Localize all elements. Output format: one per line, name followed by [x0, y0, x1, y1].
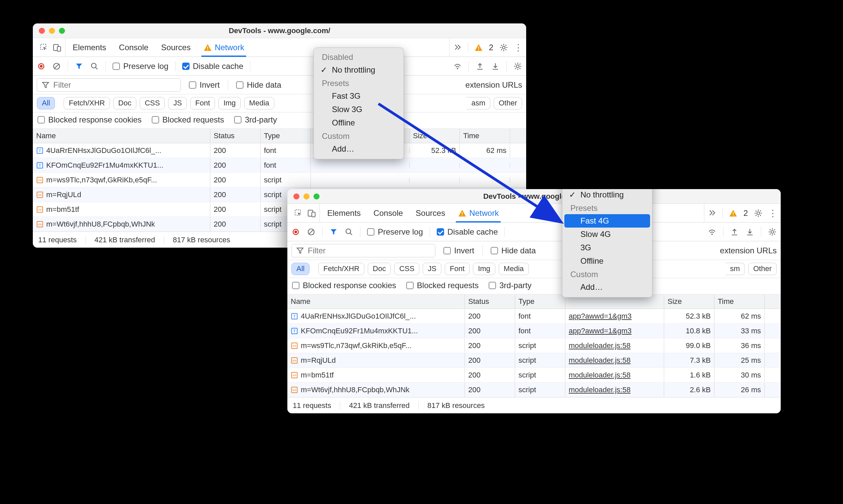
dd-item-slow3g[interactable]: Slow 3G: [316, 103, 402, 116]
blocked-requests-checkbox[interactable]: Blocked requests: [406, 281, 479, 290]
dd-item-3g[interactable]: 3G: [564, 241, 650, 254]
inspect-icon[interactable]: [39, 43, 48, 52]
table-row[interactable]: KFOmCnqEu92Fr1Mu4mxKKTU1...200font: [33, 158, 526, 173]
tab-console[interactable]: Console: [119, 38, 148, 57]
dd-item-add[interactable]: Add…: [564, 281, 650, 294]
disable-cache-checkbox[interactable]: Disable cache: [182, 61, 244, 71]
col-type[interactable]: Type: [515, 294, 565, 309]
col-name[interactable]: Name: [287, 294, 465, 309]
tab-console[interactable]: Console: [373, 204, 403, 222]
col-name[interactable]: Name: [33, 129, 210, 143]
dd-item-no-throttling[interactable]: No throttling: [564, 189, 650, 201]
wifi-icon[interactable]: [453, 62, 462, 71]
hide-data-checkbox[interactable]: Hide data: [236, 80, 281, 90]
zoom-dot[interactable]: [314, 194, 319, 199]
download-icon[interactable]: [745, 228, 754, 236]
upload-icon[interactable]: [730, 228, 739, 236]
device-icon[interactable]: [53, 43, 62, 52]
tab-sources[interactable]: Sources: [416, 204, 445, 222]
network-settings-icon[interactable]: [513, 62, 522, 71]
chip-font[interactable]: Font: [190, 97, 215, 109]
more-tabs-icon[interactable]: [708, 209, 716, 218]
filter-icon[interactable]: [75, 62, 83, 71]
tab-network[interactable]: Network: [458, 204, 499, 222]
col-size[interactable]: Size: [410, 129, 460, 143]
chip-doc[interactable]: Doc: [113, 97, 136, 109]
wifi-icon[interactable]: [708, 228, 716, 236]
blocked-cookies-checkbox[interactable]: Blocked response cookies: [37, 115, 142, 125]
chip-media[interactable]: Media: [244, 97, 274, 109]
preserve-log-checkbox[interactable]: Preserve log: [112, 61, 169, 71]
request-initiator[interactable]: app?awwd=1&gm3: [565, 324, 664, 338]
chip-other[interactable]: Other: [748, 263, 777, 275]
tab-network[interactable]: Network: [203, 38, 244, 57]
chip-js[interactable]: JS: [423, 263, 441, 275]
table-row[interactable]: 4UaRrENHsxJlGDuGo1OIlJfC6l_...200fontapp…: [287, 309, 781, 324]
dd-item-add[interactable]: Add…: [316, 142, 402, 156]
chip-all[interactable]: All: [37, 97, 55, 109]
table-row[interactable]: m=bm51tf200scriptmoduleloader.js:581.6 k…: [287, 368, 781, 382]
close-dot[interactable]: [293, 194, 299, 199]
dd-item-fast4g[interactable]: Fast 4G: [564, 214, 650, 228]
filter-input[interactable]: Filter: [37, 78, 181, 92]
dd-item-fast3g[interactable]: Fast 3G: [316, 89, 402, 103]
table-row[interactable]: KFOmCnqEu92Fr1Mu4mxKKTU1...200fontapp?aw…: [287, 324, 781, 338]
tab-elements[interactable]: Elements: [327, 204, 361, 222]
dd-item-slow4g[interactable]: Slow 4G: [564, 228, 650, 241]
chip-css[interactable]: CSS: [140, 97, 165, 109]
zoom-dot[interactable]: [59, 28, 65, 34]
chip-fetch[interactable]: Fetch/XHR: [318, 263, 364, 275]
chip-font[interactable]: Font: [445, 263, 470, 275]
dd-item-offline[interactable]: Offline: [564, 254, 650, 268]
chip-wasm-trunc[interactable]: asm: [467, 97, 490, 109]
col-type[interactable]: Type: [261, 129, 311, 143]
blocked-requests-checkbox[interactable]: Blocked requests: [152, 115, 224, 125]
gear-icon[interactable]: [499, 43, 508, 52]
upload-icon[interactable]: [476, 62, 484, 71]
tab-sources[interactable]: Sources: [161, 38, 191, 57]
clear-icon[interactable]: [307, 228, 316, 236]
table-row[interactable]: m=Wt6vjf,hhhU8,FCpbqb,WhJNk200scriptmodu…: [287, 382, 781, 397]
third-party-checkbox[interactable]: 3rd-party: [234, 115, 277, 125]
request-initiator[interactable]: app?awwd=1&gm3: [565, 309, 664, 323]
chip-doc[interactable]: Doc: [368, 263, 391, 275]
download-icon[interactable]: [491, 62, 500, 71]
col-status[interactable]: Status: [465, 294, 515, 309]
chip-js[interactable]: JS: [168, 97, 187, 109]
chip-img[interactable]: Img: [218, 97, 241, 109]
close-dot[interactable]: [39, 28, 45, 34]
col-time[interactable]: Time: [460, 129, 510, 143]
invert-checkbox[interactable]: Invert: [443, 246, 474, 255]
more-tabs-icon[interactable]: [453, 43, 462, 52]
disable-cache-checkbox[interactable]: Disable cache: [437, 227, 498, 237]
dd-item-no-throttling[interactable]: No throttling: [316, 63, 402, 77]
request-initiator[interactable]: moduleloader.js:58: [565, 354, 664, 367]
table-row[interactable]: 4UaRrENHsxJlGDuGo1OIlJfC6l_...200font52.…: [33, 143, 526, 158]
invert-checkbox[interactable]: Invert: [189, 80, 220, 90]
filter-icon[interactable]: [329, 228, 338, 236]
search-icon[interactable]: [90, 62, 99, 71]
col-status[interactable]: Status: [210, 129, 261, 143]
hide-data-checkbox[interactable]: Hide data: [491, 246, 536, 255]
chip-fetch[interactable]: Fetch/XHR: [64, 97, 110, 109]
gear-icon[interactable]: [754, 209, 762, 218]
preserve-log-checkbox[interactable]: Preserve log: [367, 227, 423, 237]
dd-item-offline[interactable]: Offline: [316, 116, 402, 129]
chip-all[interactable]: All: [292, 263, 310, 275]
chip-other[interactable]: Other: [494, 97, 522, 109]
filter-input[interactable]: Filter: [292, 244, 435, 257]
network-settings-icon[interactable]: [768, 228, 777, 236]
throttling-dropdown-old[interactable]: Disabled No throttling Presets Fast 3G S…: [314, 48, 404, 159]
request-initiator[interactable]: [311, 177, 410, 183]
throttling-dropdown-new[interactable]: Disabled No throttling Presets Fast 4G S…: [562, 189, 652, 298]
clear-icon[interactable]: [52, 62, 61, 71]
device-icon[interactable]: [308, 209, 316, 218]
search-icon[interactable]: [345, 228, 353, 236]
chip-wasm-trunc[interactable]: sm: [725, 263, 745, 275]
warning-icon[interactable]: [729, 209, 738, 218]
chip-img[interactable]: Img: [473, 263, 495, 275]
chip-css[interactable]: CSS: [394, 263, 419, 275]
request-initiator[interactable]: moduleloader.js:58: [565, 368, 664, 382]
record-icon[interactable]: [37, 62, 46, 71]
warning-icon[interactable]: [474, 43, 483, 52]
